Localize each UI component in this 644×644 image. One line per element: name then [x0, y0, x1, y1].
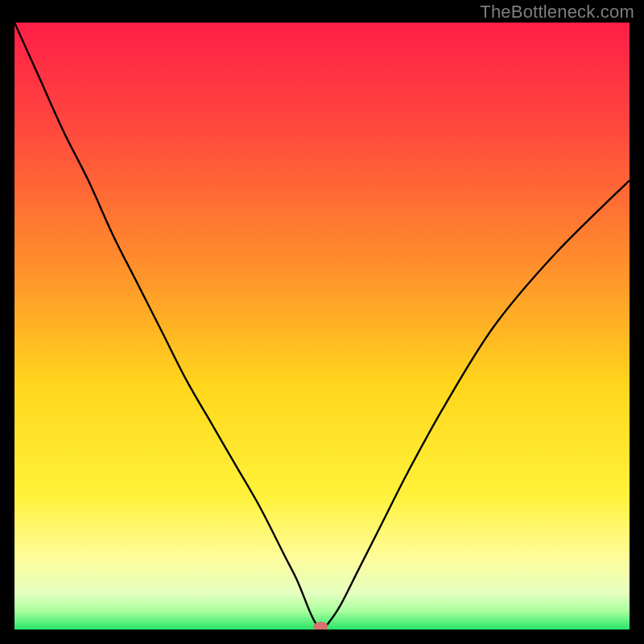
- bottleneck-curve-chart: [14, 23, 630, 630]
- chart-container: TheBottleneck.com: [0, 0, 644, 644]
- watermark-text: TheBottleneck.com: [480, 2, 634, 23]
- gradient-background: [14, 23, 630, 630]
- plot-area: [14, 23, 630, 630]
